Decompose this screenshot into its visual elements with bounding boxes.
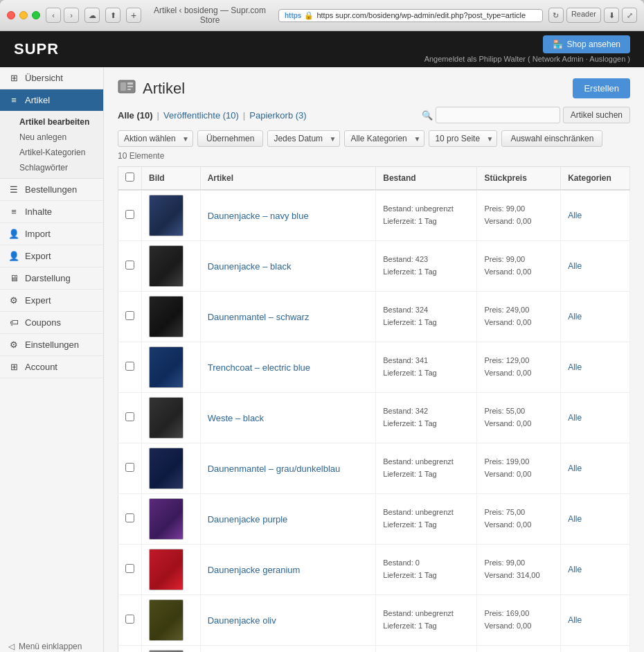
refresh-btn[interactable]: ↻ (548, 8, 564, 23)
app-header: SUPR 🏪 Shop ansehen Angemeldet als Phili… (0, 31, 644, 67)
sidebar-item-bestellungen[interactable]: ☰ Bestellungen (0, 179, 103, 201)
search-input[interactable] (436, 107, 560, 123)
share-btn[interactable]: ⬆ (105, 8, 120, 23)
select-all-checkbox[interactable] (125, 173, 134, 182)
sidebar-item-coupons[interactable]: 🏷 Coupons (0, 312, 103, 334)
perpage-select[interactable]: 10 pro Seite (429, 130, 497, 147)
forward-btn[interactable]: › (64, 8, 79, 23)
download-btn[interactable]: ⬇ (604, 8, 619, 23)
row-checkbox-7[interactable] (125, 564, 134, 573)
import-icon: 👤 (8, 229, 19, 239)
row-checkbox-cell (118, 443, 142, 494)
row-checkbox-5[interactable] (125, 463, 134, 472)
category-link-0[interactable]: Alle (568, 211, 582, 220)
category-link-6[interactable]: Alle (568, 514, 582, 524)
back-btn[interactable]: ‹ (46, 8, 61, 23)
sidebar-collapse-btn[interactable]: ◁ Menü einklappen (0, 636, 103, 652)
stock-info-1: Bestand: 423Lieferzeit: 1 Tag (383, 254, 469, 278)
sidebar-inhalte-label: Inhalte (25, 206, 52, 217)
export-icon: 👤 (8, 251, 19, 261)
row-checkbox-8[interactable] (125, 615, 134, 624)
row-checkbox-1[interactable] (125, 261, 134, 270)
row-image-cell (142, 494, 201, 545)
article-name-2[interactable]: Daunenmantel – schwarz (208, 312, 369, 322)
article-name-5[interactable]: Daunenmantel – grau/dunkelblau (208, 464, 369, 474)
row-stock-cell: Bestand: unbegrenztLieferzeit: 1 Tag (376, 595, 477, 646)
sidebar-item-expert[interactable]: ⚙ Expert (0, 290, 103, 312)
article-name-6[interactable]: Daunenjacke purple (208, 514, 369, 525)
sidebar-item-inhalte[interactable]: ≡ Inhalte (0, 201, 103, 223)
subnav-neu[interactable]: Neu anlegen (0, 130, 103, 145)
stock-info-8: Bestand: unbegrenztLieferzeit: 1 Tag (383, 608, 469, 632)
row-checkbox-3[interactable] (125, 362, 134, 371)
svg-rect-4 (127, 89, 131, 90)
shop-btn-label: Shop ansehen (567, 39, 620, 49)
row-checkbox-cell (118, 595, 142, 646)
reader-btn[interactable]: Reader (566, 8, 601, 23)
app-header-right: 🏪 Shop ansehen Angemeldet als Philipp Wa… (424, 35, 630, 63)
create-button[interactable]: Erstellen (573, 78, 630, 98)
sidebar-item-artikel[interactable]: ≡ Artikel (0, 89, 103, 112)
article-name-4[interactable]: Weste – black (208, 413, 369, 423)
row-name-cell: Daunenjacke – navy blue (200, 190, 376, 241)
row-price-cell: Preis: 169,00Versand: 0,00 (477, 595, 561, 646)
row-stock-cell: Bestand: 423Lieferzeit: 1 Tag (376, 241, 477, 292)
fullscreen-btn[interactable]: ⤢ (622, 8, 637, 23)
subnav-kategorien[interactable]: Artikel-Kategorien (0, 145, 103, 160)
price-info-1: Preis: 99,00Versand: 0,00 (484, 254, 553, 278)
restrict-button[interactable]: Auswahl einschränken (501, 130, 602, 147)
stock-info-7: Bestand: 0Lieferzeit: 1 Tag (383, 557, 469, 581)
sidebar-item-import[interactable]: 👤 Import (0, 223, 103, 245)
row-checkbox-cell (118, 545, 142, 595)
product-image-4 (149, 397, 184, 439)
category-link-2[interactable]: Alle (568, 312, 582, 321)
article-name-8[interactable]: Daunenjacke oliv (208, 615, 369, 626)
category-link-7[interactable]: Alle (568, 565, 582, 574)
apply-button[interactable]: Übernehmen (197, 130, 263, 147)
browser-titlebar: ‹ › ☁ ⬆ + Artikel ‹ bosideng — Supr.com … (0, 0, 644, 31)
sidebar-item-darstellung[interactable]: 🖥 Darstellung (0, 267, 103, 290)
row-name-cell: Trenchcoat – electric blue (200, 342, 376, 393)
search-button[interactable]: Artikel suchen (563, 107, 630, 123)
row-checkbox-2[interactable] (125, 311, 134, 320)
category-link-4[interactable]: Alle (568, 413, 582, 423)
add-tab-btn[interactable]: + (126, 8, 141, 23)
date-select[interactable]: Jedes Datum (267, 130, 340, 147)
article-name-0[interactable]: Daunenjacke – navy blue (208, 211, 369, 221)
url-bar[interactable]: https 🔒 https supr.com/bosideng/wp-admin… (278, 9, 543, 22)
category-link-8[interactable]: Alle (568, 615, 582, 625)
category-link-5[interactable]: Alle (568, 464, 582, 473)
cloud-btn[interactable]: ☁ (84, 8, 100, 23)
row-name-cell: Daunenjacke (200, 646, 376, 653)
filter-tab-veroeffentlichte[interactable]: Veröffentlichte (10) (163, 110, 239, 121)
browser-nav: ‹ › (46, 8, 79, 23)
sidebar-item-uebersicht[interactable]: ⊞ Übersicht (0, 67, 103, 89)
minimize-window-btn[interactable] (19, 11, 28, 19)
sidebar-item-einstellungen[interactable]: ⚙ Einstellungen (0, 334, 103, 356)
row-checkbox-0[interactable] (125, 210, 134, 219)
category-select[interactable]: Alle Kategorien (344, 130, 424, 147)
search-bar: 🔍 Artikel suchen (422, 107, 630, 123)
subnav-bearbeiten[interactable]: Artikel bearbeiten (0, 114, 103, 130)
row-checkbox-6[interactable] (125, 513, 134, 522)
subnav-schlagwoerter[interactable]: Schlagwörter (0, 160, 103, 175)
price-info-5: Preis: 199,00Versand: 0,00 (484, 456, 553, 480)
close-window-btn[interactable] (7, 11, 15, 19)
perpage-select-wrap: 10 pro Seite ▼ (429, 130, 497, 147)
action-select[interactable]: Aktion wählen (118, 130, 193, 147)
article-name-1[interactable]: Daunenjacke – black (208, 261, 369, 272)
article-name-3[interactable]: Trenchcoat – electric blue (208, 362, 369, 373)
shop-ansehen-button[interactable]: 🏪 Shop ansehen (543, 35, 630, 53)
sidebar-item-export[interactable]: 👤 Export (0, 245, 103, 267)
maximize-window-btn[interactable] (32, 11, 40, 19)
table-row: Daunenmantel – schwarz Bestand: 324Liefe… (118, 292, 630, 342)
category-link-3[interactable]: Alle (568, 362, 582, 372)
sidebar-item-account[interactable]: ⊞ Account (0, 356, 103, 378)
row-checkbox-4[interactable] (125, 412, 134, 421)
filter-tab-papierkorb[interactable]: Papierkorb (3) (249, 110, 306, 121)
sidebar-import-label: Import (25, 229, 51, 239)
filter-tab-alle[interactable]: Alle (10) (118, 110, 153, 121)
category-link-1[interactable]: Alle (568, 261, 582, 271)
article-name-7[interactable]: Daunenjacke geranium (208, 565, 369, 575)
row-checkbox-cell (118, 292, 142, 342)
